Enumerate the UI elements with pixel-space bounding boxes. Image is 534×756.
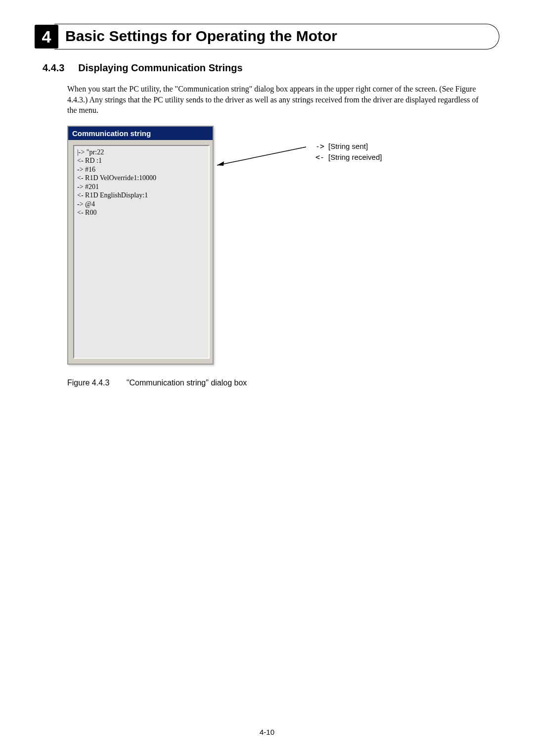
arrow-sent-icon: -> (315, 142, 327, 151)
section-heading: 4.4.3 Displaying Communication Strings (43, 62, 499, 74)
figure-caption-text: "Communication string" dialog box (127, 378, 247, 387)
log-line: -> @4 (77, 200, 206, 209)
log-line: -> #16 (77, 165, 206, 174)
communication-string-dialog: Communication string |-> "pr:22 <- RD :1… (67, 126, 214, 365)
log-line: <- R1D EnglishDisplay:1 (77, 191, 206, 200)
arrow-received-icon: <- (315, 152, 327, 162)
dialog-body: |-> "pr:22 <- RD :1 -> #16 <- R1D VelOve… (68, 140, 213, 364)
log-line: |-> "pr:22 (77, 148, 206, 157)
chapter-number-box: 4 (35, 25, 58, 48)
annotation-sent-label: [String sent] (328, 142, 385, 151)
section-number: 4.4.3 (43, 62, 64, 73)
chapter-title: Basic Settings for Operating the Motor (65, 28, 337, 45)
log-line: -> #201 (77, 183, 206, 191)
page-number: 4-10 (0, 728, 534, 736)
section-title: Displaying Communication Strings (78, 62, 242, 73)
dialog-titlebar: Communication string (68, 127, 213, 140)
figure-area: Communication string |-> "pr:22 <- RD :1… (67, 126, 499, 387)
figure-number: Figure 4.4.3 (67, 378, 109, 387)
figure-caption: Figure 4.4.3 "Communication string" dial… (67, 378, 499, 387)
section-paragraph: When you start the PC utility, the "Comm… (67, 84, 490, 116)
svg-line-0 (217, 147, 306, 165)
annotation-legend: -> [String sent] <- [String received] (314, 141, 386, 164)
chapter-header: 4 Basic Settings for Operating the Motor (35, 25, 499, 48)
log-line: <- R1D VelOverride1:10000 (77, 174, 206, 183)
annotation-arrow (207, 138, 311, 178)
log-line: <- R00 (77, 208, 206, 217)
dialog-text-area[interactable]: |-> "pr:22 <- RD :1 -> #16 <- R1D VelOve… (73, 145, 210, 359)
svg-marker-1 (217, 161, 224, 166)
chapter-number: 4 (42, 27, 51, 47)
log-line: <- RD :1 (77, 156, 206, 165)
annotation-received-label: [String received] (328, 152, 385, 162)
